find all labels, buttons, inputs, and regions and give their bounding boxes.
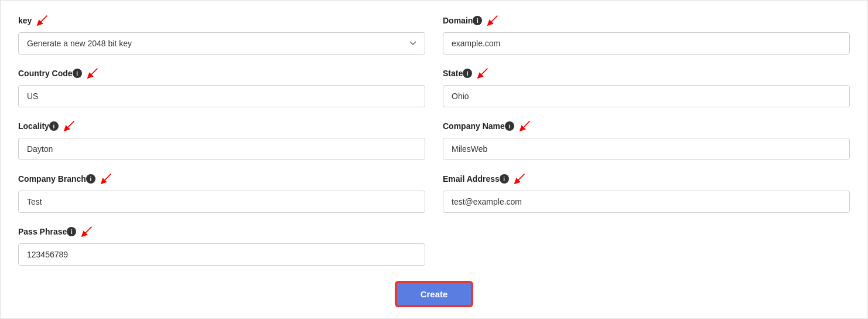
pass-phrase-group: Pass Phrase i 123456789: [18, 223, 425, 266]
pass-phrase-label-row: Pass Phrase i: [18, 223, 425, 240]
locality-label-row: Locality i: [18, 118, 425, 134]
svg-line-1: [490, 16, 498, 24]
create-button[interactable]: Create: [396, 282, 473, 306]
form-grid: key Generate a new 2048 bit key Domain i…: [18, 12, 850, 306]
key-label: key: [18, 16, 32, 25]
country-code-input[interactable]: US: [18, 85, 425, 107]
company-name-input[interactable]: MilesWeb: [443, 138, 850, 160]
state-info-icon: i: [463, 69, 472, 78]
company-name-group: Company Name i MilesWeb: [443, 118, 850, 160]
company-name-label: Company Name: [443, 121, 505, 131]
svg-line-6: [102, 174, 111, 182]
email-address-arrow-icon: [511, 171, 528, 187]
company-name-info-icon: i: [505, 121, 514, 131]
country-code-label: Country Code: [18, 69, 73, 78]
company-branch-input[interactable]: Test: [18, 191, 425, 213]
svg-line-7: [516, 174, 524, 182]
locality-arrow-icon: [61, 118, 77, 134]
svg-line-4: [66, 121, 74, 130]
company-branch-group: Company Branch i Test: [18, 171, 425, 213]
pass-phrase-spacer: [443, 223, 850, 276]
form-container: key Generate a new 2048 bit key Domain i…: [0, 0, 868, 319]
company-branch-label: Company Branch: [18, 174, 86, 184]
domain-input[interactable]: example.com: [443, 32, 850, 55]
locality-info-icon: i: [49, 121, 59, 131]
key-label-row: key: [18, 12, 425, 29]
svg-line-0: [39, 16, 47, 24]
company-name-label-row: Company Name i: [443, 118, 850, 134]
pass-phrase-arrow-icon: [78, 223, 95, 240]
domain-info-icon: i: [473, 16, 482, 25]
locality-group: Locality i Dayton: [18, 118, 425, 160]
country-code-label-row: Country Code i: [18, 65, 425, 82]
country-code-arrow-icon: [84, 65, 101, 82]
svg-line-3: [480, 69, 488, 77]
button-row: Create: [18, 282, 850, 306]
company-branch-info-icon: i: [86, 174, 95, 184]
state-arrow-icon: [474, 65, 491, 82]
email-address-label-row: Email Address i: [443, 171, 850, 187]
company-branch-label-row: Company Branch i: [18, 171, 425, 187]
domain-label: Domain: [443, 16, 473, 25]
email-address-input[interactable]: test@example.com: [443, 191, 850, 213]
state-group: State i Ohio: [443, 65, 850, 107]
svg-line-8: [84, 227, 92, 235]
pass-phrase-input[interactable]: 123456789: [18, 243, 425, 266]
state-label-row: State i: [443, 65, 850, 82]
company-branch-arrow-icon: [98, 171, 114, 187]
email-address-label: Email Address: [443, 174, 500, 184]
key-select[interactable]: Generate a new 2048 bit key: [18, 32, 425, 55]
svg-line-2: [89, 69, 97, 77]
key-group: key Generate a new 2048 bit key: [18, 12, 425, 55]
state-input[interactable]: Ohio: [443, 85, 850, 107]
key-arrow-icon: [34, 12, 50, 29]
email-address-group: Email Address i test@example.com: [443, 171, 850, 213]
domain-group: Domain i example.com: [443, 12, 850, 55]
svg-line-5: [521, 121, 529, 130]
locality-input[interactable]: Dayton: [18, 138, 425, 160]
pass-phrase-info-icon: i: [67, 227, 76, 236]
country-code-group: Country Code i US: [18, 65, 425, 107]
domain-arrow-icon: [484, 12, 501, 29]
state-label: State: [443, 69, 463, 78]
locality-label: Locality: [18, 121, 49, 131]
country-code-info-icon: i: [73, 69, 82, 78]
pass-phrase-label: Pass Phrase: [18, 227, 67, 236]
company-name-arrow-icon: [517, 118, 533, 134]
domain-label-row: Domain i: [443, 12, 850, 29]
email-address-info-icon: i: [500, 174, 509, 184]
